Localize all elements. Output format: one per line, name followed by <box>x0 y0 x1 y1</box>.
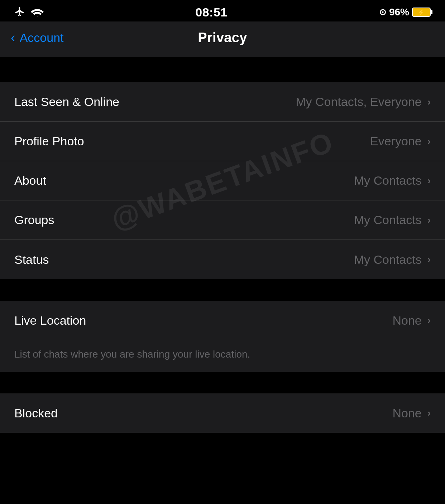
last-seen-label: Last Seen & Online <box>14 95 119 109</box>
profile-photo-row[interactable]: Profile Photo Everyone › <box>0 122 445 161</box>
last-seen-row[interactable]: Last Seen & Online My Contacts, Everyone… <box>0 82 445 122</box>
last-seen-chevron-icon: › <box>427 96 431 108</box>
status-row[interactable]: Status My Contacts › <box>0 240 445 279</box>
status-bar: 08:51 ⊙ 96% ⚡ <box>0 0 445 21</box>
section-gap-top <box>0 57 445 82</box>
live-location-chevron-icon: › <box>427 315 431 326</box>
section-gap-bottom <box>0 372 445 393</box>
section-gap-middle <box>0 279 445 301</box>
battery-percent: 96% <box>389 6 409 18</box>
airplane-icon <box>14 6 25 18</box>
battery-icon: ⚡ <box>412 8 431 17</box>
live-location-label: Live Location <box>14 314 86 328</box>
about-value: My Contacts <box>354 174 422 188</box>
last-seen-value: My Contacts, Everyone <box>296 95 421 109</box>
live-location-value-container: None › <box>392 314 431 328</box>
blocked-chevron-icon: › <box>427 407 431 419</box>
groups-row[interactable]: Groups My Contacts › <box>0 200 445 240</box>
about-value-container: My Contacts › <box>354 174 431 188</box>
blocked-row[interactable]: Blocked None › <box>0 393 445 433</box>
profile-photo-value-container: Everyone › <box>370 134 431 148</box>
blocked-section: Blocked None › <box>0 393 445 433</box>
status-label: Status <box>14 253 49 267</box>
groups-label: Groups <box>14 213 54 227</box>
visibility-section: @WABETAINFO Last Seen & Online My Contac… <box>0 82 445 279</box>
about-label: About <box>14 174 46 188</box>
profile-photo-label: Profile Photo <box>14 134 84 148</box>
status-left <box>14 6 44 18</box>
back-label: Account <box>20 31 64 45</box>
time-display: 08:51 <box>195 5 227 19</box>
profile-photo-chevron-icon: › <box>427 136 431 147</box>
back-chevron-icon: ‹ <box>11 30 15 45</box>
live-location-footer: List of chats where you are sharing your… <box>0 340 445 372</box>
nav-bar: ‹ Account Privacy <box>0 21 445 57</box>
svg-point-0 <box>36 16 38 17</box>
live-location-row[interactable]: Live Location None › <box>0 301 445 340</box>
page-title: Privacy <box>198 30 247 45</box>
status-right: ⊙ 96% ⚡ <box>379 6 431 18</box>
about-chevron-icon: › <box>427 175 431 186</box>
groups-value: My Contacts <box>354 213 422 227</box>
wifi-icon <box>31 6 44 18</box>
last-seen-value-container: My Contacts, Everyone › <box>296 95 431 109</box>
blocked-value: None <box>392 406 421 420</box>
groups-chevron-icon: › <box>427 214 431 226</box>
groups-value-container: My Contacts › <box>354 213 431 227</box>
live-location-value: None <box>392 314 421 328</box>
back-button[interactable]: ‹ Account <box>11 30 64 45</box>
lock-icon: ⊙ <box>379 7 386 17</box>
blocked-label: Blocked <box>14 406 58 420</box>
status-value: My Contacts <box>354 253 422 267</box>
about-row[interactable]: About My Contacts › <box>0 161 445 200</box>
profile-photo-value: Everyone <box>370 134 422 148</box>
live-location-footer-text: List of chats where you are sharing your… <box>14 349 250 360</box>
status-value-container: My Contacts › <box>354 253 431 267</box>
status-chevron-icon: › <box>427 254 431 265</box>
location-section: Live Location None › List of chats where… <box>0 301 445 372</box>
blocked-value-container: None › <box>392 406 431 420</box>
